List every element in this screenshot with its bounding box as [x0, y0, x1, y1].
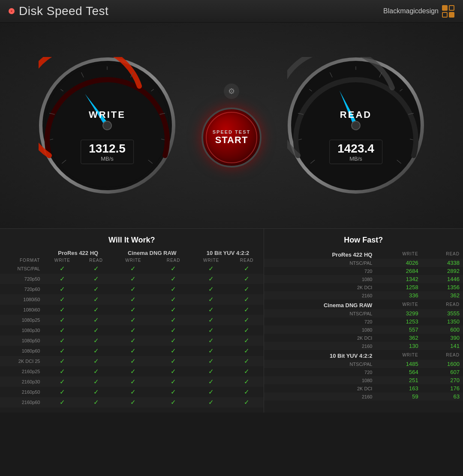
check-cell: ✓ [230, 335, 264, 346]
check-cell: ✓ [80, 377, 112, 387]
table-row: 72012531350 [264, 317, 463, 326]
group-header-cell: Cinema DNG RAW [264, 299, 376, 309]
check-cell: ✓ [112, 335, 155, 346]
check-mark: ✓ [244, 326, 250, 334]
check-mark: ✓ [244, 265, 250, 272]
check-cell: ✓ [192, 315, 230, 325]
table-row: 720p50✓✓✓✓✓✓ [0, 274, 264, 284]
data-section: Will It Work? ProRes 422 HQ Cinema DNG R… [0, 228, 463, 413]
read-value: 1423.4 [337, 142, 374, 156]
table-row: 1080i60✓✓✓✓✓✓ [0, 305, 264, 315]
check-cell: ✓ [192, 346, 230, 356]
check-mark: ✓ [130, 378, 136, 385]
check-cell: ✓ [192, 387, 230, 397]
check-cell: ✓ [80, 305, 112, 315]
table-row: NTSC/PAL✓✓✓✓✓✓ [0, 263, 264, 274]
col-write-label: WRITE [376, 249, 421, 259]
table-row: 1080p25✓✓✓✓✓✓ [0, 315, 264, 325]
group-header-row: Cinema DNG RAWWRITEREAD [264, 299, 463, 309]
check-cell: ✓ [44, 346, 80, 356]
check-mark: ✓ [208, 285, 214, 293]
format-cell: 1080p30 [0, 325, 44, 335]
check-mark: ✓ [171, 306, 176, 313]
check-mark: ✓ [60, 357, 65, 365]
read-value: 390 [422, 334, 463, 342]
group-header-row: 10 Bit YUV 4:2:2WRITEREAD [264, 350, 463, 360]
settings-button[interactable]: ⚙ [224, 84, 239, 99]
check-cell: ✓ [112, 305, 155, 315]
will-it-work-title: Will It Work? [0, 234, 264, 249]
check-cell: ✓ [192, 366, 230, 377]
check-cell: ✓ [192, 263, 230, 274]
check-cell: ✓ [44, 366, 80, 377]
brand-name: Blackmagicdesign [383, 7, 439, 15]
check-cell: ✓ [80, 284, 112, 294]
will-it-work-table: ProRes 422 HQ Cinema DNG RAW 10 Bit YUV … [0, 249, 264, 407]
check-cell: ✓ [155, 305, 192, 315]
check-cell: ✓ [230, 305, 264, 315]
check-mark: ✓ [93, 378, 99, 385]
check-mark: ✓ [208, 326, 214, 334]
check-mark: ✓ [208, 378, 214, 385]
read-value: 176 [422, 384, 463, 392]
format-cell: 2160p25 [0, 366, 44, 377]
check-cell: ✓ [155, 397, 192, 407]
read-label: READ [340, 109, 372, 120]
check-cell: ✓ [155, 263, 192, 274]
check-mark: ✓ [93, 368, 99, 375]
format-sub-header: FORMAT [0, 257, 44, 263]
check-mark: ✓ [130, 296, 136, 303]
check-cell: ✓ [155, 366, 192, 377]
col-read-label: READ [422, 299, 463, 309]
read-value: 63 [422, 392, 463, 401]
check-cell: ✓ [192, 377, 230, 387]
check-mark: ✓ [244, 306, 250, 313]
format-cell: 2160p50 [0, 387, 44, 397]
check-cell: ✓ [44, 315, 80, 325]
check-cell: ✓ [192, 325, 230, 335]
close-button[interactable]: × [9, 8, 15, 14]
check-mark: ✓ [93, 316, 99, 323]
title-bar-left: × Disk Speed Test [9, 4, 108, 18]
check-cell: ✓ [44, 294, 80, 305]
check-cell: ✓ [44, 356, 80, 366]
check-mark: ✓ [130, 368, 136, 375]
check-cell: ✓ [192, 305, 230, 315]
check-mark: ✓ [171, 368, 176, 375]
check-mark: ✓ [208, 265, 214, 272]
check-mark: ✓ [130, 357, 136, 365]
check-cell: ✓ [230, 315, 264, 325]
read-gauge: READ 1423.4 MB/s [287, 57, 424, 194]
check-cell: ✓ [230, 294, 264, 305]
write-value: 1485 [376, 360, 421, 368]
check-mark: ✓ [60, 368, 65, 375]
group-header-cell: 10 Bit YUV 4:2:2 [264, 350, 376, 360]
check-cell: ✓ [112, 346, 155, 356]
check-mark: ✓ [244, 357, 250, 365]
check-mark: ✓ [60, 326, 65, 334]
check-cell: ✓ [44, 305, 80, 315]
check-mark: ✓ [171, 357, 176, 365]
format-cell: 1080p50 [0, 335, 44, 346]
brand-logo-cell [449, 12, 454, 18]
prores-header: ProRes 422 HQ [44, 249, 111, 257]
check-cell: ✓ [80, 274, 112, 284]
row-label: 2160 [264, 392, 376, 401]
row-label: 2K DCI [264, 384, 376, 392]
row-label: 2160 [264, 342, 376, 350]
check-cell: ✓ [44, 397, 80, 407]
check-cell: ✓ [112, 325, 155, 335]
start-button[interactable]: SPEED TEST START [201, 108, 262, 168]
check-mark: ✓ [244, 347, 250, 354]
cdng-header: Cinema DNG RAW [112, 249, 192, 257]
check-mark: ✓ [244, 337, 250, 344]
check-cell: ✓ [192, 356, 230, 366]
check-cell: ✓ [155, 356, 192, 366]
check-mark: ✓ [130, 316, 136, 323]
read-value: 3555 [422, 309, 463, 317]
check-cell: ✓ [44, 274, 80, 284]
table-row: 1080p30✓✓✓✓✓✓ [0, 325, 264, 335]
check-cell: ✓ [112, 356, 155, 366]
check-cell: ✓ [80, 366, 112, 377]
col-read-label: READ [422, 350, 463, 360]
